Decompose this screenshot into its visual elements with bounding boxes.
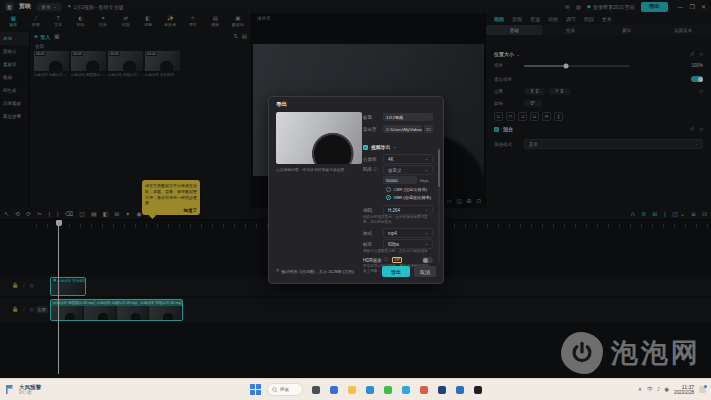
taskbar-search[interactable]: 搜索 xyxy=(267,383,303,396)
taskbar-clock[interactable]: 11:37 2023/2/28 xyxy=(674,384,694,395)
info-icon: ⓘ xyxy=(384,258,389,263)
bitrate-input[interactable]: 50000 xyxy=(383,176,417,184)
photos-icon[interactable] xyxy=(417,383,430,396)
path-input[interactable]: C:\Users\My\Videos\Jianyin… xyxy=(383,125,422,133)
chevron-down-icon: ⌄ xyxy=(425,157,428,161)
codec-hint: 低码率时画质更优，但对设备性能要求更高，导出时间更长 xyxy=(363,215,431,225)
bitrate-unit: kbps xyxy=(420,178,429,183)
store-icon[interactable] xyxy=(399,383,412,396)
vbr-label: VBR (自适应比特率) xyxy=(394,195,432,200)
hdr-label: HDR画质 xyxy=(363,258,382,263)
video-export-checkbox[interactable]: ✓ xyxy=(363,145,368,150)
system-tray: ∧ 中♪◉ 11:37 2023/2/28 xyxy=(638,384,711,395)
title-label: 标题 xyxy=(363,115,383,120)
info-icon: ⓘ xyxy=(373,167,378,172)
watermark-text: 泡泡网 xyxy=(611,335,701,371)
vbr-radio[interactable] xyxy=(386,195,391,200)
codec-dropdown[interactable]: H.264⌄ xyxy=(383,205,433,215)
export-info: ⏱预计时长 1分19秒，大小 312MB (大约) xyxy=(276,269,354,274)
chevron-down-icon: ⌄ xyxy=(425,208,428,212)
resolution-dropdown[interactable]: 4K⌄ xyxy=(383,154,433,164)
watermark: 泡泡网 xyxy=(561,332,701,374)
power-logo-icon xyxy=(561,332,603,374)
chevron-down-icon: ⌄ xyxy=(425,242,428,246)
folder-browse-icon[interactable]: 🗀 xyxy=(424,125,433,133)
taskbar-weather[interactable]: 大风预警 9℃ 晴 xyxy=(0,384,250,395)
browser-icon[interactable] xyxy=(453,383,466,396)
app-window: 剪 剪映 菜单⌄ ✦1月2视频 - 剪映专业版 ✉ ◍ ◆登录即享2G云空间 导… xyxy=(0,0,711,378)
cbr-label: CBR (恒定比特率) xyxy=(394,187,428,192)
search-placeholder: 搜索 xyxy=(280,387,289,392)
widgets-icon[interactable] xyxy=(327,383,340,396)
cover-preview[interactable] xyxy=(276,112,362,164)
fps-dropdown[interactable]: 60fps⌄ xyxy=(383,239,433,249)
dialog-title: 导出 xyxy=(276,101,287,108)
file-explorer-icon[interactable] xyxy=(345,383,358,396)
office-icon[interactable] xyxy=(435,383,448,396)
hdr-toggle[interactable] xyxy=(422,257,433,263)
dialog-export-button[interactable]: 导出 xyxy=(382,266,410,277)
format-label: 格式 xyxy=(363,231,383,236)
notification-bell-icon[interactable] xyxy=(699,386,706,393)
dialog-cancel-button[interactable]: 取消 xyxy=(414,266,436,277)
edge-icon[interactable] xyxy=(363,383,376,396)
taskbar: 大风预警 9℃ 晴 搜索 ∧ 中♪◉ 11:37 2023/2/28 xyxy=(0,378,711,400)
wechat-icon[interactable] xyxy=(381,383,394,396)
vip-badge: VIP xyxy=(392,257,402,263)
start-button[interactable] xyxy=(250,384,261,395)
fps-hint: 高帧率让画面更流畅，文件大小相应增加 xyxy=(363,249,431,254)
task-view-icon[interactable] xyxy=(309,383,322,396)
weather-sub: 9℃ 晴 xyxy=(19,390,41,395)
tray-chevron-icon[interactable]: ∧ xyxy=(638,387,642,393)
chevron-down-icon: ⌄ xyxy=(425,168,428,172)
path-label: 导出至 xyxy=(363,127,383,132)
format-dropdown[interactable]: mp4⌄ xyxy=(383,228,433,238)
export-dialog: 导出 点击编辑封面，作品发布时将展示该画面 标题 1月2视频 导出至 C:\Us… xyxy=(268,96,444,284)
cbr-radio[interactable] xyxy=(386,187,391,192)
dialog-scrollbar[interactable] xyxy=(438,147,440,263)
ime-icon[interactable]: 中 xyxy=(647,387,653,393)
chevron-down-icon: ⌄ xyxy=(393,145,396,149)
fps-label: 帧率 xyxy=(363,242,383,247)
search-icon xyxy=(272,387,278,393)
volume-icon[interactable]: ♪ xyxy=(657,387,661,393)
cover-hint: 点击编辑封面，作品发布时将展示该画面 xyxy=(276,168,362,173)
video-export-label: 视频导出 xyxy=(371,144,390,150)
codec-label: 编码 xyxy=(363,208,383,213)
weather-icon xyxy=(5,384,16,395)
title-input[interactable]: 1月2视频 xyxy=(383,113,433,121)
chevron-down-icon: ⌄ xyxy=(425,231,428,235)
bitrate-dropdown[interactable]: 自定义⌄ xyxy=(383,165,433,175)
resolution-label: 分辨率 xyxy=(363,157,383,162)
clock-icon: ⏱ xyxy=(276,269,279,273)
capcut-icon[interactable] xyxy=(471,383,484,396)
bitrate-label: 码率 ⓘ xyxy=(363,167,383,173)
clock-date: 2023/2/28 xyxy=(674,390,694,395)
network-icon[interactable]: ◉ xyxy=(664,387,669,393)
